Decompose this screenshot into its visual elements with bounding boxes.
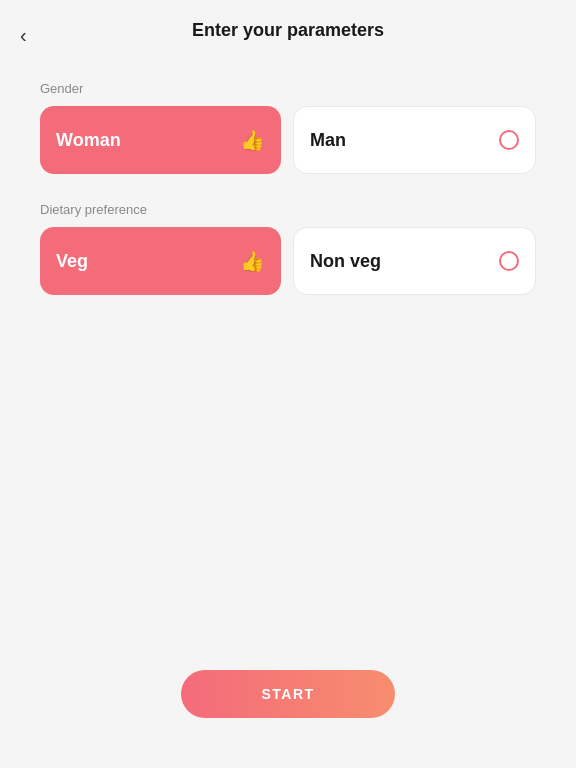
start-button-container: START: [0, 670, 576, 718]
diet-option-nonveg[interactable]: Non veg: [293, 227, 536, 295]
diet-label: Dietary preference: [40, 202, 536, 217]
gender-woman-icon: 👍: [240, 128, 265, 152]
diet-nonveg-radio: [499, 251, 519, 271]
back-button[interactable]: ‹: [16, 20, 31, 51]
start-button[interactable]: START: [181, 670, 394, 718]
gender-label: Gender: [40, 81, 536, 96]
diet-veg-label: Veg: [56, 251, 88, 272]
gender-woman-label: Woman: [56, 130, 121, 151]
diet-veg-icon: 👍: [240, 249, 265, 273]
gender-section: Gender Woman 👍 Man: [40, 81, 536, 174]
diet-section: Dietary preference Veg 👍 Non veg: [40, 202, 536, 295]
gender-man-label: Man: [310, 130, 346, 151]
diet-option-veg[interactable]: Veg 👍: [40, 227, 281, 295]
gender-man-radio: [499, 130, 519, 150]
gender-options-row: Woman 👍 Man: [40, 106, 536, 174]
content: Gender Woman 👍 Man Dietary preference Ve…: [0, 51, 576, 353]
page-title: Enter your parameters: [16, 20, 560, 41]
gender-option-man[interactable]: Man: [293, 106, 536, 174]
gender-option-woman[interactable]: Woman 👍: [40, 106, 281, 174]
diet-nonveg-label: Non veg: [310, 251, 381, 272]
diet-options-row: Veg 👍 Non veg: [40, 227, 536, 295]
header: ‹ Enter your parameters: [0, 0, 576, 51]
